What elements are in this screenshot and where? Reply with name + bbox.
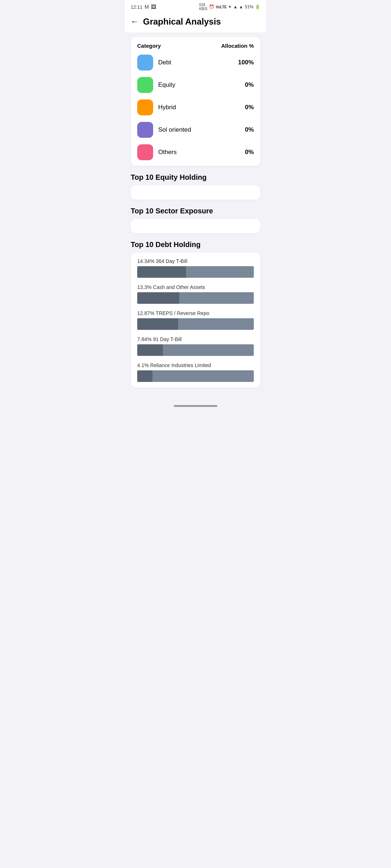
category-column-header: Category — [137, 43, 161, 49]
sector-section-title: Top 10 Sector Exposure — [131, 207, 260, 215]
category-name-1: Equity — [158, 81, 175, 89]
gmail-icon: M — [145, 4, 149, 10]
category-row: Debt 100% — [137, 55, 254, 71]
status-time: 12:11 — [131, 4, 143, 10]
header: ← Graphical Analysis — [125, 12, 266, 33]
category-row: Hybrid 0% — [137, 99, 254, 115]
color-swatch-4 — [137, 144, 153, 160]
category-header: Category Allocation % — [137, 43, 254, 49]
debt-item-label-2: 12.87% TREPS / Reverse Repo — [137, 310, 254, 316]
network-speed: 018KB/S — [199, 3, 207, 11]
battery-icon: 🔋 — [255, 4, 260, 9]
equity-section: Top 10 Equity Holding — [131, 173, 260, 200]
debt-items: 14.34% 364 Day T-Bill 13.3% Cash and Oth… — [137, 258, 254, 382]
page-title: Graphical Analysis — [143, 17, 221, 27]
equity-empty-card — [131, 185, 260, 200]
debt-item: 14.34% 364 Day T-Bill — [137, 258, 254, 278]
color-swatch-3 — [137, 122, 153, 138]
sector-empty-card — [131, 219, 260, 233]
debt-item-label-1: 13.3% Cash and Other Assets — [137, 284, 254, 290]
back-button[interactable]: ← — [131, 17, 139, 26]
category-row: Sol oriented 0% — [137, 122, 254, 138]
alarm-icon: ⏰ — [209, 4, 214, 9]
debt-bar-fill-4 — [137, 370, 152, 382]
debt-bar-container-2 — [137, 318, 254, 330]
signal-icon: ▲ — [239, 4, 243, 9]
debt-item: 7.84% 91 Day T-Bill — [137, 336, 254, 356]
debt-item: 13.3% Cash and Other Assets — [137, 284, 254, 304]
sector-section: Top 10 Sector Exposure — [131, 207, 260, 233]
category-allocation-card: Category Allocation % Debt 100% Equity 0… — [131, 37, 260, 166]
debt-item: 4.1% Reliance Industries Limited — [137, 362, 254, 382]
debt-bar-fill-2 — [137, 318, 178, 330]
debt-card: 14.34% 364 Day T-Bill 13.3% Cash and Oth… — [131, 252, 260, 388]
main-content: Category Allocation % Debt 100% Equity 0… — [125, 33, 266, 399]
category-left-3: Sol oriented — [137, 122, 191, 138]
debt-bar-fill-1 — [137, 292, 179, 304]
category-left-1: Equity — [137, 77, 175, 93]
debt-bar-container-4 — [137, 370, 254, 382]
image-icon: 🖼 — [151, 4, 156, 10]
allocation-value-2: 0% — [245, 104, 254, 111]
debt-section-title: Top 10 Debt Holding — [131, 241, 260, 249]
category-rows: Debt 100% Equity 0% Hybrid 0% Sol orient… — [137, 55, 254, 160]
scroll-indicator — [174, 405, 217, 407]
color-swatch-1 — [137, 77, 153, 93]
debt-item-label-0: 14.34% 364 Day T-Bill — [137, 258, 254, 264]
debt-bar-container-3 — [137, 344, 254, 356]
allocation-value-1: 0% — [245, 81, 254, 89]
debt-item-label-4: 4.1% Reliance Industries Limited — [137, 362, 254, 368]
category-name-4: Others — [158, 149, 177, 156]
category-left-4: Others — [137, 144, 177, 160]
bluetooth-icon: ✦ — [228, 4, 232, 9]
category-left-0: Debt — [137, 55, 171, 71]
debt-item: 12.87% TREPS / Reverse Repo — [137, 310, 254, 330]
allocation-value-3: 0% — [245, 126, 254, 133]
debt-section: Top 10 Debt Holding 14.34% 364 Day T-Bil… — [131, 241, 260, 388]
color-swatch-0 — [137, 55, 153, 71]
debt-bar-container-1 — [137, 292, 254, 304]
status-bar: 12:11 M 🖼 018KB/S ⏰ VoLTE ✦ ▲ ▲ 51% 🔋 — [125, 0, 266, 12]
equity-section-title: Top 10 Equity Holding — [131, 173, 260, 182]
category-name-2: Hybrid — [158, 104, 176, 111]
allocation-column-header: Allocation % — [221, 43, 254, 49]
category-name-0: Debt — [158, 59, 171, 66]
wifi-icon: ▲ — [233, 4, 237, 9]
category-name-3: Sol oriented — [158, 126, 191, 133]
debt-bar-fill-0 — [137, 266, 186, 278]
debt-bar-fill-3 — [137, 344, 163, 356]
allocation-value-4: 0% — [245, 149, 254, 156]
color-swatch-2 — [137, 99, 153, 115]
debt-item-label-3: 7.84% 91 Day T-Bill — [137, 336, 254, 342]
allocation-value-0: 100% — [238, 59, 254, 66]
volte-icon: VoLTE — [216, 5, 227, 9]
debt-bar-container-0 — [137, 266, 254, 278]
battery-level: 51% — [245, 4, 253, 9]
category-row: Equity 0% — [137, 77, 254, 93]
category-left-2: Hybrid — [137, 99, 176, 115]
category-row: Others 0% — [137, 144, 254, 160]
